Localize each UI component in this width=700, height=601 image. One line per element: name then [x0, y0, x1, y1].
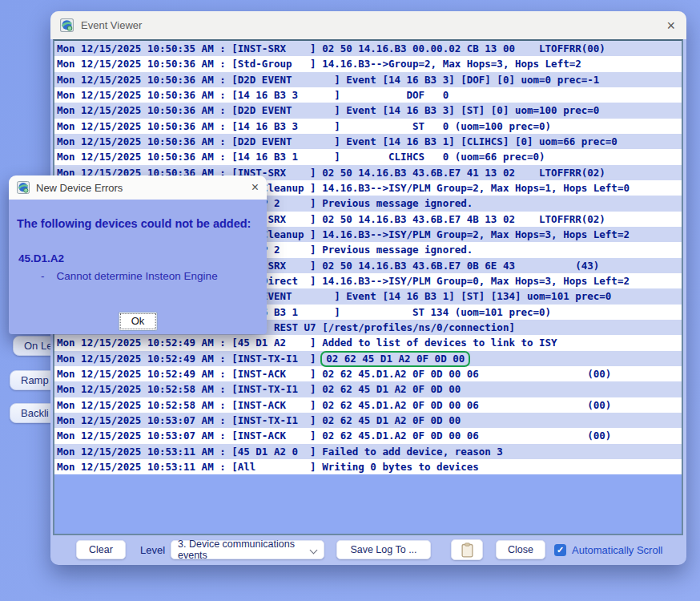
ok-button[interactable]: Ok	[119, 312, 158, 331]
clipboard-icon	[461, 543, 473, 558]
new-device-errors-dialog: New Device Errors × The following device…	[9, 175, 267, 334]
log-row: Mon 12/15/2025 10:52:58 AM : [INST-ACK ]…	[54, 397, 682, 413]
side-button-label: On Le	[24, 340, 52, 352]
log-row: Mon 12/15/2025 10:52:58 AM : [INST-TX-I1…	[54, 381, 682, 397]
toolbar: Clear Level 3. Device communications eve…	[50, 535, 686, 565]
side-button-label: Ramp	[21, 374, 49, 386]
log-row: Mon 12/15/2025 10:52:49 AM : [INST-ACK ]…	[54, 366, 682, 381]
log-row: Mon 12/15/2025 10:50:35 AM : [INST-SRX ]…	[54, 41, 682, 56]
level-dropdown[interactable]: 3. Device communications events	[171, 540, 324, 559]
log-row: Mon 12/15/2025 10:52:49 AM : [45 D1 A2 ]…	[54, 335, 682, 350]
copy-to-clipboard-button[interactable]	[451, 539, 483, 560]
log-row: Mon 12/15/2025 10:50:36 AM : [14 16 B3 3…	[54, 119, 682, 134]
dialog-title: New Device Errors	[36, 182, 123, 194]
log-row-prefix: Mon 12/15/2025 10:52:49 AM : [INST-TX-I1…	[57, 353, 322, 365]
window-title: Event Viewer	[81, 19, 142, 31]
log-row: Mon 12/15/2025 10:52:49 AM : [INST-TX-I1…	[54, 351, 682, 366]
close-button[interactable]: Close	[496, 540, 545, 559]
log-row: Mon 12/15/2025 10:53:11 AM : [45 D1 A2 0…	[54, 444, 682, 459]
log-row: Mon 12/15/2025 10:50:36 AM : [D2D EVENT …	[54, 134, 682, 149]
autoscroll-checkbox[interactable]: ✓	[554, 544, 566, 556]
dialog-device-address: 45.D1.A2	[18, 252, 64, 264]
log-row: Mon 12/15/2025 10:50:36 AM : [D2D EVENT …	[54, 72, 682, 87]
side-button-label: Backli	[21, 407, 49, 419]
level-dropdown-value: 3. Device communications events	[178, 538, 306, 561]
window-titlebar[interactable]: Event Viewer ×	[50, 11, 686, 39]
dialog-body: The following devices could not be added…	[9, 200, 267, 334]
highlighted-hex-command: 02 62 45 D1 A2 0F 0D 00	[320, 351, 470, 367]
autoscroll-label: Automatically Scroll	[572, 535, 662, 565]
clear-button[interactable]: Clear	[76, 540, 126, 559]
dialog-globe-icon	[17, 181, 30, 194]
app-globe-icon	[60, 18, 74, 32]
log-row: Mon 12/15/2025 10:50:36 AM : [14 16 B3 1…	[54, 149, 682, 164]
window-close-icon[interactable]: ×	[666, 18, 675, 33]
log-row: Mon 12/15/2025 10:50:36 AM : [D2D EVENT …	[54, 103, 682, 118]
log-row: Mon 12/15/2025 10:53:07 AM : [INST-ACK ]…	[54, 428, 682, 443]
log-row: Mon 12/15/2025 10:53:11 AM : [All ] Writ…	[54, 459, 682, 474]
chevron-down-icon	[310, 547, 318, 555]
dialog-close-icon[interactable]: ×	[251, 180, 259, 195]
level-label: Level	[140, 535, 165, 565]
log-row: Mon 12/15/2025 10:50:36 AM : [14 16 B3 3…	[54, 87, 682, 103]
dialog-error-reason: - Cannot determine Insteon Engine	[41, 270, 218, 282]
dialog-heading: The following devices could not be added…	[17, 217, 251, 230]
log-row: Mon 12/15/2025 10:53:07 AM : [INST-TX-I1…	[54, 413, 682, 428]
ok-button-label: Ok	[120, 313, 156, 329]
dialog-titlebar[interactable]: New Device Errors ×	[9, 175, 267, 200]
log-row: Mon 12/15/2025 10:50:36 AM : [Std-Group …	[54, 56, 682, 71]
save-log-button[interactable]: Save Log To ...	[336, 540, 431, 559]
